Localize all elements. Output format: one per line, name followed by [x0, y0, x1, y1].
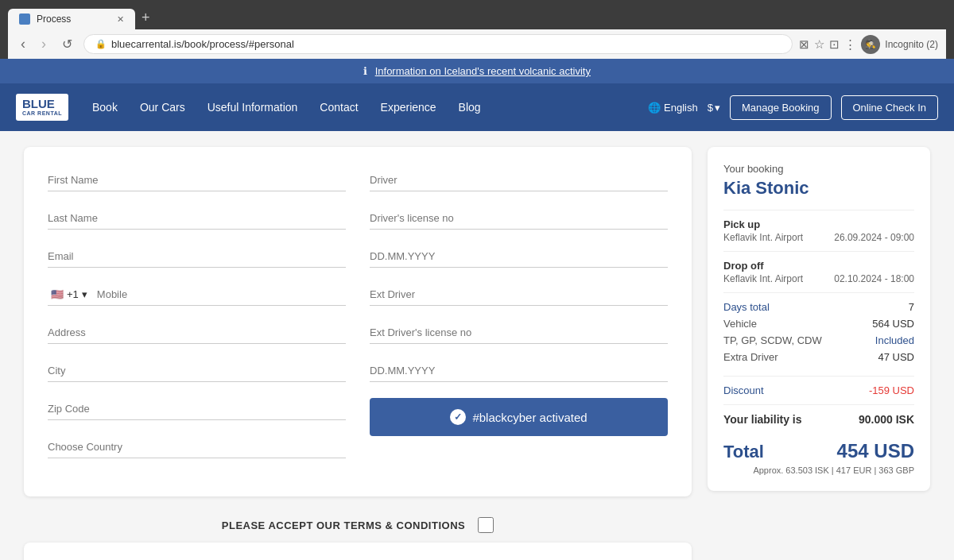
form-card: 🇺🇸 +1 ▾ [24, 147, 692, 496]
pickup-label: Pick up [723, 218, 914, 230]
dropoff-details: Keflavik Int. Airport 02.10.2024 - 18:00 [723, 273, 914, 284]
first-name-input[interactable] [48, 169, 346, 191]
country-input[interactable] [48, 436, 346, 458]
terms-row: PLEASE ACCEPT OUR TERMS & CONDITIONS [24, 508, 692, 543]
lang-label: English [664, 102, 698, 114]
ext-dob-group [370, 360, 668, 382]
terms-label: PLEASE ACCEPT OUR TERMS & CONDITIONS [222, 519, 465, 531]
promo-button[interactable]: ✓ #blackcyber activated [370, 398, 668, 436]
address-input[interactable] [48, 322, 346, 344]
logo-sub: CAR RENTAL [22, 110, 62, 117]
new-tab-button[interactable]: + [135, 6, 157, 29]
currency-chevron-icon: ▾ [715, 102, 720, 114]
nav-link-book[interactable]: Book [92, 101, 118, 114]
nav-forward-button[interactable]: › [37, 34, 51, 54]
first-name-group [48, 169, 346, 191]
logo-box: BLUE CAR RENTAL [16, 94, 68, 121]
country-group [48, 436, 346, 458]
form-section: 🇺🇸 +1 ▾ [24, 147, 692, 560]
nav-back-button[interactable]: ‹ [16, 34, 30, 54]
last-name-input[interactable] [48, 207, 346, 230]
flag-icon: 🇺🇸 [51, 288, 64, 300]
logo[interactable]: BLUE CAR RENTAL [16, 94, 68, 121]
booking-car-name: Kia Stonic [723, 178, 914, 199]
promo-check-icon: ✓ [450, 409, 466, 425]
browser-tab-active[interactable]: Process ✕ [8, 9, 135, 29]
ext-drivers-license-input[interactable] [370, 322, 668, 344]
discount-value: -159 USD [869, 384, 914, 396]
zip-code-input[interactable] [48, 398, 346, 420]
manage-booking-button[interactable]: Manage Booking [730, 95, 832, 120]
liability-row: Your liability is 90.000 ISK [723, 404, 914, 434]
tab-title: Process [37, 14, 71, 25]
drivers-license-group [370, 207, 668, 230]
nav-link-blog[interactable]: Blog [459, 101, 481, 114]
currency-selector[interactable]: $ ▾ [708, 102, 720, 114]
driver-input[interactable] [370, 169, 668, 191]
alert-icon: ℹ [363, 65, 367, 77]
city-input[interactable] [48, 360, 346, 382]
vehicle-value: 564 USD [872, 318, 914, 330]
tab-close-icon[interactable]: ✕ [117, 14, 124, 25]
dropoff-section: Drop off Keflavik Int. Airport 02.10.202… [723, 251, 914, 292]
pickup-date: 26.09.2024 - 09:00 [834, 232, 914, 243]
browser-toolbar: ‹ › ↺ 🔒 bluecarrental.is/book/process/#p… [8, 29, 946, 59]
terms-checkbox[interactable] [478, 517, 494, 533]
approx-row: Approx. 63.503 ISK | 417 EUR | 363 GBP [723, 465, 914, 475]
ext-driver-input[interactable] [370, 284, 668, 306]
dropoff-location: Keflavik Int. Airport [723, 273, 803, 284]
pickup-section: Pick up Keflavik Int. Airport 26.09.2024… [723, 210, 914, 251]
tp-value: Included [875, 334, 914, 346]
extra-driver-row: Extra Driver 47 USD [723, 351, 914, 363]
nav-reload-button[interactable]: ↺ [57, 35, 77, 53]
window-button[interactable]: ⊡ [829, 37, 840, 52]
pickup-details: Keflavik Int. Airport 26.09.2024 - 09:00 [723, 232, 914, 243]
days-row: Days total 7 [723, 301, 914, 313]
sidebar: Your booking Kia Stonic Pick up Keflavik… [708, 147, 930, 560]
dropoff-label: Drop off [723, 260, 914, 272]
promo-button-group: ✓ #blackcyber activated [370, 398, 668, 436]
address-group [48, 322, 346, 344]
pickup-location: Keflavik Int. Airport [723, 232, 803, 243]
days-label: Days total [723, 301, 770, 313]
ext-dob-input[interactable] [370, 360, 668, 382]
ext-drivers-license-group [370, 322, 668, 344]
zip-group [48, 398, 346, 420]
vehicle-row: Vehicle 564 USD [723, 318, 914, 330]
url-text: bluecarrental.is/book/process/#personal [111, 38, 294, 50]
discount-row: Discount -159 USD [723, 376, 914, 404]
incognito-badge: 🕵 [861, 35, 880, 54]
lang-selector[interactable]: 🌐 English [648, 102, 698, 114]
country-code-value: +1 [67, 288, 79, 300]
extra-card [24, 543, 692, 560]
promo-label: #blackcyber activated [472, 411, 587, 424]
logo-text: BLUE [22, 98, 62, 111]
incognito-label: Incognito (2) [885, 39, 938, 50]
nav-link-experience[interactable]: Experience [381, 101, 436, 114]
code-chevron-icon: ▾ [82, 288, 87, 300]
menu-button[interactable]: ⋮ [844, 37, 856, 52]
bookmark-button[interactable]: ☆ [814, 37, 824, 52]
mobile-input[interactable] [91, 284, 346, 306]
currency-symbol: $ [708, 102, 713, 114]
extra-driver-label: Extra Driver [723, 351, 778, 363]
globe-icon: 🌐 [648, 102, 661, 114]
form-right-col: ✓ #blackcyber activated [370, 169, 668, 474]
vehicle-label: Vehicle [723, 318, 757, 330]
drivers-license-input[interactable] [370, 207, 668, 230]
dob-input[interactable] [370, 245, 668, 268]
nav-link-cars[interactable]: Our Cars [140, 101, 185, 114]
ext-driver-group [370, 284, 668, 306]
online-check-in-button[interactable]: Online Check In [841, 95, 939, 120]
booking-title: Your booking [723, 163, 914, 175]
nav-link-contact[interactable]: Contact [320, 101, 358, 114]
lock-icon: 🔒 [95, 39, 107, 49]
url-bar[interactable]: 🔒 bluecarrental.is/book/process/#persona… [83, 34, 793, 54]
alert-link[interactable]: Information on Iceland's recent volcanic… [375, 65, 591, 77]
browser-tabs: Process ✕ + [8, 6, 946, 29]
country-code-selector[interactable]: 🇺🇸 +1 ▾ [48, 284, 91, 306]
booking-rows: Days total 7 Vehicle 564 USD TP, GP, SCD… [723, 292, 914, 376]
nav-link-info[interactable]: Useful Information [207, 101, 298, 114]
email-input[interactable] [48, 245, 346, 268]
cast-button[interactable]: ⊠ [799, 37, 809, 52]
